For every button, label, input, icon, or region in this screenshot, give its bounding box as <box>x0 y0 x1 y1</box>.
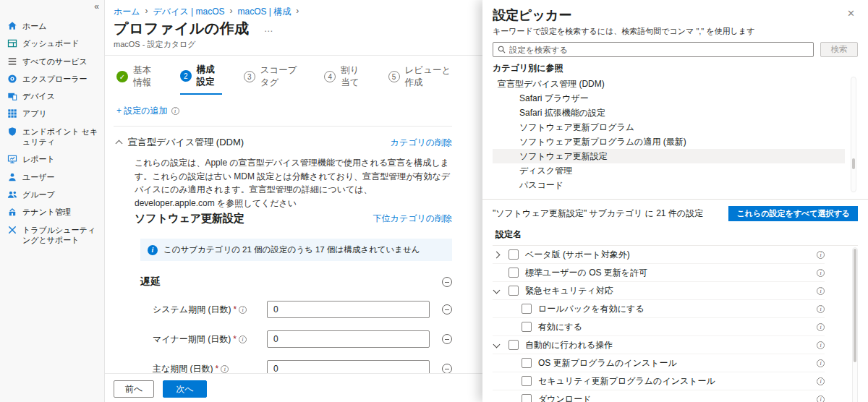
sidebar-item-endpoint-security[interactable]: エンドポイント セキュリティ <box>0 123 104 151</box>
add-setting-link[interactable]: + 設定の追加 i <box>116 105 179 117</box>
collapse-chevron-icon[interactable] <box>493 341 501 348</box>
sidebar: « ホーム ダッシュボード すべてのサービス エクスプローラー デバイス アプリ… <box>0 0 105 402</box>
breadcrumb-separator: › <box>145 6 148 18</box>
checkbox[interactable] <box>522 358 532 368</box>
expand-chevron-icon[interactable] <box>493 251 501 258</box>
apps-icon <box>7 108 17 119</box>
category-item-software-update[interactable]: ソフトウェア更新プログラム <box>493 120 845 134</box>
field-label: マイナー期間 (日数) <box>153 333 231 346</box>
select-all-settings-button[interactable]: これらの設定をすべて選択する <box>728 206 858 221</box>
sidebar-collapse-icon[interactable]: « <box>94 1 99 12</box>
collapse-chevron-icon[interactable] <box>493 286 501 294</box>
category-item-disk-management[interactable]: ディスク管理 <box>493 163 845 178</box>
checkbox[interactable] <box>509 268 519 278</box>
checkbox[interactable] <box>522 304 532 314</box>
checkbox[interactable] <box>522 322 532 332</box>
sidebar-item-explorer[interactable]: エクスプローラー <box>0 70 104 87</box>
step-number-badge: 4 <box>324 71 336 82</box>
category-list-scrollbar[interactable] <box>851 77 856 192</box>
category-item-passcode[interactable]: パスコード <box>493 178 845 192</box>
remove-setting-icon[interactable] <box>442 304 452 315</box>
scrollbar-thumb[interactable] <box>852 158 855 169</box>
main-content: ホーム› デバイス | macOS› macOS | 構成› プロファイルの作成… <box>105 0 482 402</box>
step-configuration[interactable]: 2 構成設定 <box>180 64 222 95</box>
info-icon[interactable]: i <box>817 341 825 349</box>
sidebar-item-home[interactable]: ホーム <box>0 17 104 35</box>
sidebar-item-troubleshooting[interactable]: トラブルシューティングとサポート <box>0 221 104 249</box>
sidebar-item-users[interactable]: ユーザー <box>0 168 104 186</box>
setting-row-install-security-updates: セキュリティ更新プログラムのインストール i <box>493 372 825 390</box>
remove-category-link[interactable]: カテゴリの削除 <box>391 137 452 149</box>
category-item-safari-browser[interactable]: Safari ブラウザー <box>493 91 845 106</box>
category-item-software-update-enforce[interactable]: ソフトウェア更新プログラムの適用 (最新) <box>493 134 845 149</box>
setting-row-install-os-updates: OS 更新プログラムのインストール i <box>493 354 825 372</box>
step-basics[interactable]: 基本情報 <box>116 64 158 95</box>
info-icon[interactable]: i <box>221 365 229 373</box>
settings-list-scrollbar[interactable] <box>852 247 858 402</box>
info-icon[interactable]: i <box>817 359 825 367</box>
sidebar-item-reports[interactable]: レポート <box>0 150 104 168</box>
info-icon[interactable]: i <box>817 251 825 259</box>
info-icon[interactable]: i <box>239 306 247 314</box>
remove-setting-icon[interactable] <box>442 334 452 344</box>
category-item-ddm[interactable]: 宣言型デバイス管理 (DDM) <box>493 77 845 91</box>
remove-subcategory-link[interactable]: 下位カテゴリの削除 <box>373 213 452 225</box>
setting-row-rapid-security-response: 緊急セキュリティ対応 i <box>493 282 825 300</box>
scrollbar-thumb[interactable] <box>854 249 856 362</box>
search-icon <box>498 46 506 54</box>
close-icon[interactable]: ✕ <box>844 7 858 20</box>
step-label: 割り当て <box>341 64 366 89</box>
info-icon[interactable]: i <box>817 377 825 385</box>
explorer-icon <box>7 74 17 84</box>
info-icon[interactable]: i <box>817 305 825 313</box>
next-button[interactable]: 次へ <box>163 380 206 398</box>
category-label: Safari 拡張機能の設定 <box>519 107 605 119</box>
checkbox[interactable] <box>522 376 532 386</box>
breadcrumb: ホーム› デバイス | macOS› macOS | 構成› <box>114 6 452 18</box>
category-item-software-update-settings[interactable]: ソフトウェア更新設定 <box>493 149 845 163</box>
info-icon[interactable]: i <box>817 395 825 402</box>
setting-label: OS 更新プログラムのインストール <box>538 357 677 369</box>
sidebar-item-groups[interactable]: グループ <box>0 186 104 203</box>
settings-group-title: 遅延 <box>140 275 161 288</box>
checkbox[interactable] <box>509 249 519 260</box>
step-review-create[interactable]: 5 レビューと作成 <box>388 64 452 95</box>
info-icon[interactable]: i <box>817 269 825 277</box>
category-label: パスコード <box>519 179 563 192</box>
step-scope-tags[interactable]: 3 スコープ タグ <box>244 64 303 95</box>
breadcrumb-home[interactable]: ホーム <box>114 6 140 18</box>
major-deferral-days-input[interactable] <box>267 360 430 373</box>
info-icon[interactable]: i <box>239 335 247 343</box>
sidebar-item-dashboard[interactable]: ダッシュボード <box>0 35 104 52</box>
users-icon <box>7 172 17 182</box>
title-context-menu-icon[interactable]: … <box>264 23 274 34</box>
category-item-safari-extensions[interactable]: Safari 拡張機能の設定 <box>493 106 845 120</box>
checkbox[interactable] <box>509 286 519 296</box>
previous-button[interactable]: 前へ <box>114 380 154 398</box>
remove-setting-icon[interactable] <box>442 364 452 373</box>
step-assignments[interactable]: 4 割り当て <box>324 64 366 95</box>
checkbox[interactable] <box>509 340 519 350</box>
checkbox[interactable] <box>522 394 532 402</box>
breadcrumb-macos-config[interactable]: macOS | 構成 <box>237 6 291 18</box>
system-deferral-days-input[interactable] <box>267 301 430 318</box>
sidebar-item-label: エクスプローラー <box>22 74 88 84</box>
collapse-category-chevron-icon[interactable] <box>116 140 123 147</box>
sidebar-item-devices[interactable]: デバイス <box>0 87 104 105</box>
info-icon[interactable]: i <box>817 287 825 295</box>
minor-deferral-days-input[interactable] <box>267 330 430 348</box>
search-button[interactable]: 検索 <box>820 42 858 57</box>
sidebar-item-tenant-admin[interactable]: テナント管理 <box>0 203 104 221</box>
breadcrumb-devices-macos[interactable]: デバイス | macOS <box>153 6 225 18</box>
sidebar-item-apps[interactable]: アプリ <box>0 105 104 122</box>
category-description: これらの設定は、Apple の宣言型デバイス管理機能で使用される宣言を構成します… <box>135 156 452 210</box>
search-box <box>493 42 814 57</box>
sidebar-item-label: デバイス <box>22 91 55 101</box>
step-number-badge: 5 <box>388 71 400 82</box>
search-input[interactable] <box>509 46 809 54</box>
field-row-major-deferral: 主な期間 (日数) * i <box>153 360 452 373</box>
remove-group-icon[interactable] <box>442 277 452 287</box>
info-icon[interactable]: i <box>171 107 179 115</box>
info-icon[interactable]: i <box>817 323 825 331</box>
sidebar-item-all-services[interactable]: すべてのサービス <box>0 53 104 70</box>
